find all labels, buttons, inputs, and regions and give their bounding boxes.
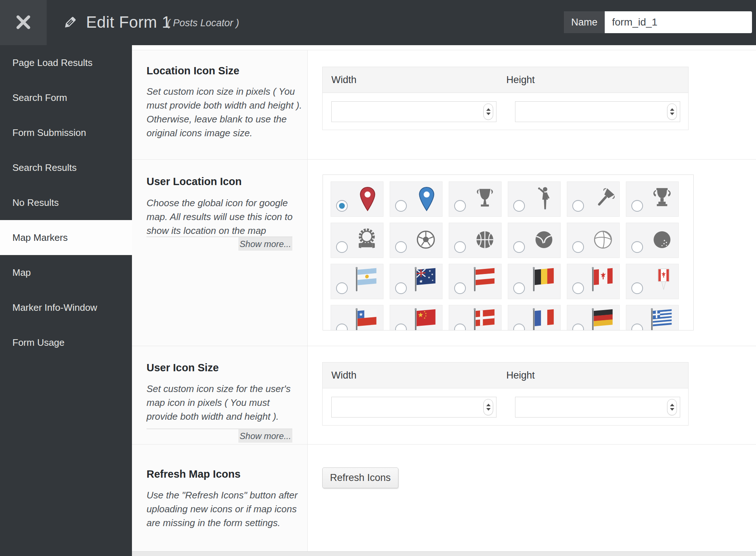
icon-option-flag-denmark[interactable]	[449, 305, 502, 330]
icon-option-soccer-ball[interactable]	[390, 223, 443, 258]
user-location-icon-heading: User Location Icon	[147, 176, 303, 188]
width-stepper[interactable]	[483, 103, 493, 120]
radio-red-map-pin-selected[interactable]	[336, 200, 348, 212]
icon-option-referee[interactable]	[508, 181, 561, 217]
icon-option-flag-canada[interactable]	[567, 264, 620, 299]
icon-option-trophy-cup[interactable]	[626, 181, 679, 217]
radio-trophy[interactable]	[454, 200, 466, 212]
icon-option-flag-austria[interactable]	[449, 264, 502, 299]
close-button[interactable]	[0, 0, 47, 45]
radio-flag-canada[interactable]	[572, 282, 584, 294]
sidebar-item-map[interactable]: Map	[0, 255, 132, 290]
refresh-map-icons-heading: Refresh Map Icons	[147, 468, 303, 480]
sidebar-item-form-usage[interactable]: Form Usage	[0, 325, 132, 360]
form-editor-screen: Edit Form 1 ( Posts Locator ) Name Page …	[0, 0, 756, 556]
sidebar-item-label: Form Usage	[12, 337, 65, 348]
refresh-map-icons-description: Use the "Refresh Icons" button after upl…	[147, 488, 303, 530]
sidebar-item-page-load-results[interactable]: Page Load Results	[0, 45, 132, 80]
radio-blue-map-pin[interactable]	[395, 200, 407, 212]
sidebar-item-no-results[interactable]: No Results	[0, 185, 132, 220]
sidebar-item-search-results[interactable]: Search Results	[0, 150, 132, 185]
refresh-icons-button[interactable]: Refresh Icons	[322, 467, 398, 488]
icon-option-torch[interactable]	[567, 181, 620, 217]
icon-option-blue-map-pin[interactable]	[390, 181, 443, 217]
radio-volleyball[interactable]	[572, 241, 584, 253]
icon-option-flag-china[interactable]	[390, 305, 443, 330]
canada-pin-icon	[645, 266, 677, 298]
icon-option-flag-france[interactable]	[508, 305, 561, 330]
sidebar-item-label: Map	[12, 267, 31, 278]
icon-option-volleyball[interactable]	[567, 223, 620, 258]
radio-flag-austria[interactable]	[454, 282, 466, 294]
sidebar-item-label: Map Markers	[12, 232, 68, 243]
show-more-container: Show more...	[147, 428, 292, 443]
icon-option-flag-chile[interactable]	[331, 305, 383, 330]
icon-option-flag-germany[interactable]	[567, 305, 620, 330]
radio-tennis-ball[interactable]	[513, 241, 525, 253]
form-name-input[interactable]	[605, 11, 752, 33]
user-icon-width-input[interactable]	[331, 397, 496, 418]
radio-referee[interactable]	[513, 200, 525, 212]
radio-flag-china[interactable]	[395, 324, 407, 330]
height-column-header: Height	[506, 74, 535, 86]
icon-option-flag-argentina[interactable]	[331, 264, 383, 299]
radio-flag-chile[interactable]	[336, 324, 348, 330]
radio-medal-badge[interactable]	[336, 241, 348, 253]
radio-flag-belgium[interactable]	[513, 282, 525, 294]
user-icon-size-heading: User Icon Size	[147, 362, 303, 374]
column-divider	[307, 50, 308, 551]
user-icon-height-input[interactable]	[515, 397, 680, 418]
sidebar-item-label: Search Results	[12, 162, 77, 173]
radio-soccer-ball[interactable]	[395, 241, 407, 253]
icon-option-tennis-ball[interactable]	[508, 223, 561, 258]
golf-ball-icon	[645, 224, 677, 257]
icon-option-flag-belgium[interactable]	[508, 264, 561, 299]
radio-flag-denmark[interactable]	[454, 324, 466, 330]
icon-option-canada-pin[interactable]	[626, 264, 679, 299]
radio-golf-ball[interactable]	[631, 241, 643, 253]
sidebar-item-label: No Results	[12, 197, 59, 208]
radio-canada-pin[interactable]	[631, 282, 643, 294]
location-icon-height-input[interactable]	[515, 101, 680, 122]
basketball-icon	[468, 224, 500, 257]
page-title: Edit Form 1	[86, 13, 171, 31]
radio-flag-germany[interactable]	[572, 324, 584, 330]
size-table-header: Width Height	[323, 67, 688, 93]
height-stepper[interactable]	[667, 399, 677, 415]
radio-trophy-cup[interactable]	[631, 200, 643, 212]
width-column-header: Width	[323, 74, 506, 86]
width-stepper[interactable]	[483, 399, 493, 415]
tennis-ball-icon	[527, 224, 559, 257]
sidebar-item-search-form[interactable]: Search Form	[0, 80, 132, 115]
section-divider	[132, 159, 756, 160]
radio-flag-greece[interactable]	[631, 324, 643, 330]
radio-torch[interactable]	[572, 200, 584, 212]
sidebar-item-marker-info-window[interactable]: Marker Info-Window	[0, 290, 132, 325]
icon-option-golf-ball[interactable]	[626, 223, 679, 258]
location-icon-width-input[interactable]	[331, 101, 496, 122]
user-icon-size-table: Width Height	[322, 362, 689, 426]
height-stepper[interactable]	[667, 103, 677, 120]
form-name-label: Name	[564, 11, 605, 33]
close-icon	[15, 14, 32, 32]
radio-flag-france[interactable]	[513, 324, 525, 330]
icon-option-medal-badge[interactable]	[331, 223, 383, 258]
flag-china-icon	[409, 307, 441, 330]
radio-flag-argentina[interactable]	[336, 282, 348, 294]
sidebar-item-map-markers[interactable]: Map Markers	[0, 220, 132, 255]
sidebar-item-form-submission[interactable]: Form Submission	[0, 115, 132, 150]
icon-option-trophy[interactable]	[449, 181, 502, 217]
icon-option-flag-australia[interactable]	[390, 264, 443, 299]
radio-basketball[interactable]	[454, 241, 466, 253]
flag-chile-icon	[350, 307, 382, 330]
show-more-button[interactable]: Show more...	[238, 237, 292, 251]
section-divider	[132, 50, 756, 50]
icon-option-flag-greece[interactable]	[626, 305, 679, 330]
radio-flag-australia[interactable]	[395, 282, 407, 294]
flag-belgium-icon	[527, 266, 559, 298]
sidebar-nav: Page Load ResultsSearch FormForm Submiss…	[0, 45, 132, 556]
flag-canada-icon	[586, 266, 618, 298]
icon-option-basketball[interactable]	[449, 223, 502, 258]
show-more-button-2[interactable]: Show more...	[238, 429, 292, 443]
icon-option-red-map-pin[interactable]	[331, 181, 383, 217]
